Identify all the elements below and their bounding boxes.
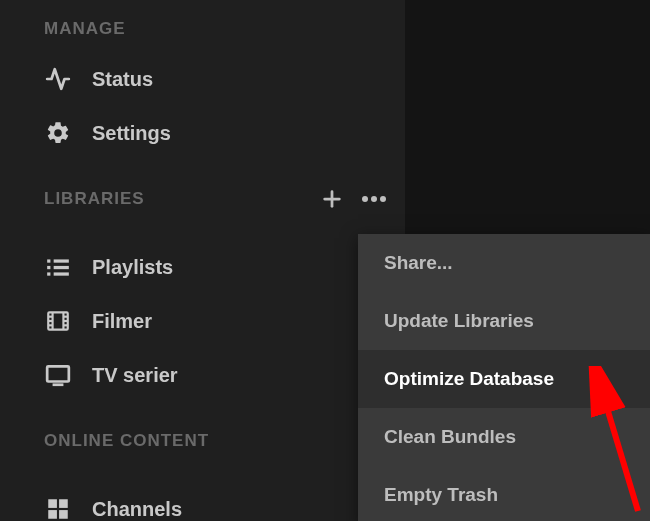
menu-item-clean-bundles[interactable]: Clean Bundles xyxy=(358,408,650,466)
sidebar-item-status[interactable]: Status xyxy=(0,52,405,106)
menu-item-empty-trash[interactable]: Empty Trash xyxy=(358,466,650,521)
nav-label: TV serier xyxy=(92,364,178,387)
menu-item-update-libraries[interactable]: Update Libraries xyxy=(358,292,650,350)
menu-label: Empty Trash xyxy=(384,484,498,506)
svg-rect-6 xyxy=(54,259,69,262)
svg-point-3 xyxy=(371,196,377,202)
svg-rect-23 xyxy=(59,499,68,508)
sidebar-item-filmer[interactable]: Filmer xyxy=(0,294,405,348)
svg-rect-9 xyxy=(47,272,50,275)
film-icon xyxy=(44,308,72,334)
context-menu: Share... Update Libraries Optimize Datab… xyxy=(358,234,650,521)
svg-rect-5 xyxy=(47,259,50,262)
tv-icon xyxy=(44,362,72,388)
plus-icon[interactable] xyxy=(321,188,343,210)
svg-rect-20 xyxy=(47,366,69,381)
svg-rect-10 xyxy=(54,272,69,275)
menu-label: Optimize Database xyxy=(384,368,554,390)
menu-label: Clean Bundles xyxy=(384,426,516,448)
sidebar-item-channels[interactable]: Channels xyxy=(0,482,405,521)
sidebar-item-settings[interactable]: Settings xyxy=(0,106,405,160)
section-libraries: LIBRARIES xyxy=(0,190,405,222)
section-manage: MANAGE xyxy=(0,20,405,52)
section-label: LIBRARIES xyxy=(44,189,145,209)
svg-rect-24 xyxy=(48,510,57,519)
svg-rect-7 xyxy=(47,266,50,269)
svg-point-2 xyxy=(362,196,368,202)
nav-label: Playlists xyxy=(92,256,173,279)
gear-icon xyxy=(44,120,72,146)
menu-label: Share... xyxy=(384,252,453,274)
svg-rect-25 xyxy=(59,510,68,519)
sidebar-item-tvserier[interactable]: TV serier xyxy=(0,348,405,402)
section-label: ONLINE CONTENT xyxy=(44,431,209,451)
more-icon[interactable] xyxy=(361,195,387,203)
sidebar: MANAGE Status Settings LIBRARIES Playlis… xyxy=(0,0,405,521)
list-icon xyxy=(44,254,72,280)
svg-point-4 xyxy=(380,196,386,202)
grid-icon xyxy=(44,496,72,521)
menu-item-optimize-database[interactable]: Optimize Database xyxy=(358,350,650,408)
nav-label: Filmer xyxy=(92,310,152,333)
svg-rect-22 xyxy=(48,499,57,508)
sidebar-item-playlists[interactable]: Playlists xyxy=(0,240,405,294)
nav-label: Channels xyxy=(92,498,182,521)
section-online: ONLINE CONTENT xyxy=(0,432,405,464)
nav-label: Status xyxy=(92,68,153,91)
svg-rect-8 xyxy=(54,266,69,269)
menu-label: Update Libraries xyxy=(384,310,534,332)
nav-label: Settings xyxy=(92,122,171,145)
section-label: MANAGE xyxy=(44,19,126,39)
menu-item-share[interactable]: Share... xyxy=(358,234,650,292)
activity-icon xyxy=(44,66,72,92)
